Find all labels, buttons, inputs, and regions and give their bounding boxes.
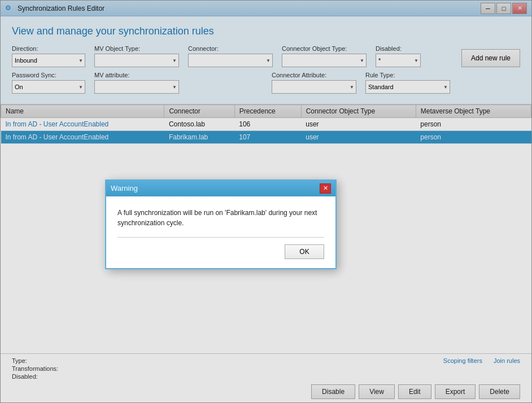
dialog-overlay: Warning ✕ A full synchronization will be… — [0, 0, 532, 403]
dialog-title: Warning — [111, 184, 138, 192]
dialog-separator — [117, 237, 324, 238]
dialog-title-bar: Warning ✕ — [106, 181, 335, 196]
dialog-body: A full synchronization will be run on 'F… — [106, 196, 335, 268]
dialog-buttons: OK — [117, 244, 324, 259]
dialog-ok-button[interactable]: OK — [285, 244, 324, 259]
dialog-close-button[interactable]: ✕ — [320, 183, 331, 194]
warning-dialog: Warning ✕ A full synchronization will be… — [105, 179, 337, 269]
dialog-message: A full synchronization will be run on 'F… — [117, 208, 324, 228]
